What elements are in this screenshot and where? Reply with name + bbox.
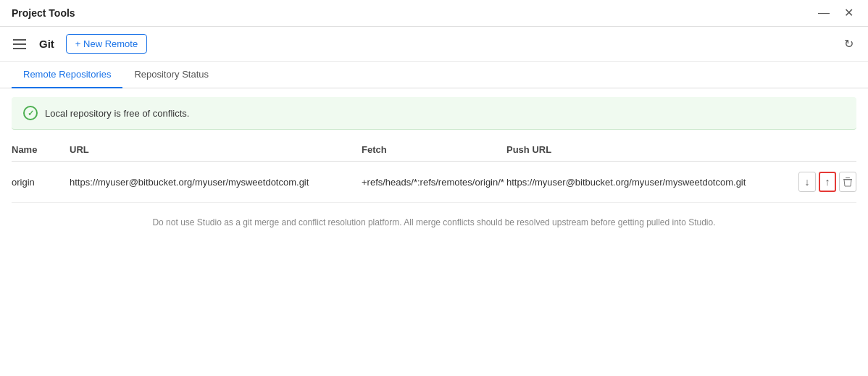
delete-button[interactable] bbox=[839, 172, 856, 192]
check-icon bbox=[23, 106, 38, 120]
push-button[interactable]: ↑ bbox=[819, 172, 836, 192]
toolbar: Git + New Remote ↻ bbox=[0, 27, 868, 62]
main-content: Local repository is free of conflicts. N… bbox=[0, 97, 868, 242]
header-push-url: Push URL bbox=[506, 144, 798, 155]
status-message: Local repository is free of conflicts. bbox=[45, 108, 189, 119]
window-controls: — ✕ bbox=[815, 6, 856, 20]
table-row: origin https://myuser@bitbucket.org/myus… bbox=[12, 162, 856, 203]
header-url: URL bbox=[70, 144, 362, 155]
git-label: Git bbox=[39, 38, 54, 50]
window-title: Project Tools bbox=[12, 7, 75, 19]
tab-remote-repositories[interactable]: Remote Repositories bbox=[12, 62, 122, 88]
tab-repository-status[interactable]: Repository Status bbox=[122, 62, 220, 88]
footer-notice: Do not use Studio as a git merge and con… bbox=[0, 203, 868, 242]
row-fetch: +refs/heads/*:refs/remotes/origin/* bbox=[362, 177, 506, 188]
header-name: Name bbox=[12, 144, 70, 155]
refresh-button[interactable]: ↻ bbox=[841, 34, 856, 54]
minimize-button[interactable]: — bbox=[815, 6, 832, 20]
close-button[interactable]: ✕ bbox=[841, 6, 856, 20]
new-remote-button[interactable]: + New Remote bbox=[66, 34, 147, 54]
fetch-button[interactable]: ↓ bbox=[798, 172, 816, 192]
menu-icon[interactable] bbox=[12, 38, 28, 51]
toolbar-left: Git + New Remote bbox=[12, 34, 147, 54]
status-banner: Local repository is free of conflicts. bbox=[12, 97, 856, 130]
new-remote-label: + New Remote bbox=[75, 38, 138, 49]
header-actions bbox=[798, 144, 856, 155]
row-push-url: https://myuser@bitbucket.org/myuser/mysw… bbox=[506, 177, 798, 188]
table-header: Name URL Fetch Push URL bbox=[12, 138, 856, 162]
row-url: https://myuser@bitbucket.org/myuser/mysw… bbox=[70, 177, 362, 188]
remotes-table: Name URL Fetch Push URL origin https://m… bbox=[0, 138, 868, 203]
row-name: origin bbox=[12, 177, 70, 188]
svg-rect-1 bbox=[846, 177, 850, 178]
row-actions: ↓ ↑ bbox=[798, 172, 856, 192]
tabs-container: Remote Repositories Repository Status bbox=[0, 62, 868, 88]
title-bar: Project Tools — ✕ bbox=[0, 0, 868, 27]
header-fetch: Fetch bbox=[362, 144, 506, 155]
